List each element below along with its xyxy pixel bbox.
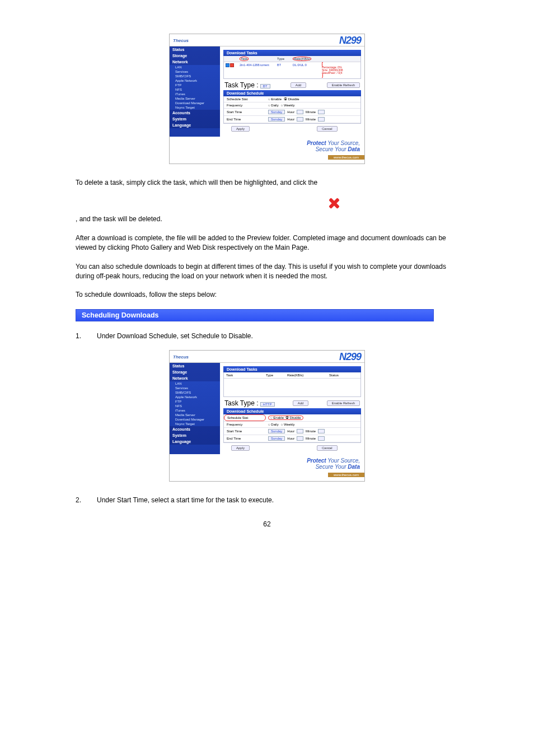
task-table-header: Task Type Rate(KB/s) xyxy=(224,56,360,62)
cancel-button[interactable]: Cancel xyxy=(317,126,338,132)
enable-radio[interactable]: ○ Enable xyxy=(270,416,284,419)
start-hour-select[interactable] xyxy=(297,110,303,114)
sidebar-group-status[interactable]: Status xyxy=(170,46,220,53)
sidebar: Status Storage Network LAN Services SMB/… xyxy=(170,46,220,137)
weekly-radio[interactable]: ○ Weekly xyxy=(281,104,295,107)
sidebar-item-ftp[interactable]: FTP xyxy=(170,83,220,87)
end-min-select[interactable] xyxy=(318,436,325,441)
start-min-select[interactable] xyxy=(318,110,325,114)
col-rate: Rate(KB/s) xyxy=(293,57,311,61)
daily-radio[interactable]: ○ Daily xyxy=(268,423,279,426)
disable-radio[interactable]: ⦿ Disable xyxy=(284,97,299,101)
sidebar-item-downloadmgr[interactable]: Download Manager xyxy=(170,417,220,422)
start-day-select[interactable]: Sunday xyxy=(268,110,285,114)
end-day-select[interactable]: Sunday xyxy=(268,436,285,441)
sidebar-group-status[interactable]: Status xyxy=(170,363,220,369)
enable-refresh-button[interactable]: Enable Refresh xyxy=(327,82,360,88)
sidebar-item-ftp[interactable]: FTP xyxy=(170,399,220,404)
apply-button[interactable]: Apply xyxy=(231,445,250,451)
sidebar-group-language[interactable]: Language xyxy=(170,122,220,128)
end-min-select[interactable] xyxy=(318,117,325,122)
end-hour-select[interactable] xyxy=(297,436,303,441)
weekly-radio[interactable]: ○ Weekly xyxy=(281,423,295,426)
sidebar-item-smb[interactable]: SMB/CIFS xyxy=(170,390,220,395)
sidebar-item-apple[interactable]: Apple Network xyxy=(170,78,220,83)
sidebar-group-language[interactable]: Language xyxy=(170,438,220,445)
task-type: BT xyxy=(275,62,291,78)
task-type-select[interactable]: HTTP xyxy=(260,402,275,407)
sidebar-group-accounts[interactable]: Accounts xyxy=(170,110,220,116)
sidebar-item-itunes[interactable]: iTunes xyxy=(170,92,220,96)
app-window: Thecus N299 Status Storage Network LAN S… xyxy=(169,34,365,164)
download-tasks-header: Download Tasks xyxy=(223,50,361,56)
task-type-select[interactable]: BT xyxy=(260,84,270,88)
step-1: 1.Under Download Schedule, set Schedule … xyxy=(76,332,458,341)
sidebar-item-nfs[interactable]: NFS xyxy=(170,404,220,408)
site-link[interactable]: www.thecus.com xyxy=(328,155,364,160)
start-hour-select[interactable] xyxy=(297,429,303,433)
task-row[interactable]: 2in1-404-1288.torrent BT DL:0/UL:0 Perce… xyxy=(224,62,360,78)
sidebar-group-system[interactable]: System xyxy=(170,116,220,122)
sidebar-item-media[interactable]: Media Server xyxy=(170,413,220,417)
start-min-select[interactable] xyxy=(318,429,325,433)
main-content: Download Tasks Task Type Rate(KB/s) Stat… xyxy=(220,363,364,454)
sidebar-item-nfs[interactable]: NFS xyxy=(170,87,220,92)
main-content: Download Tasks Task Type Rate(KB/s) xyxy=(220,46,364,137)
sidebar-group-network[interactable]: Network xyxy=(170,59,220,65)
sidebar-item-nsync[interactable]: Nsync Target xyxy=(170,422,220,426)
start-day-select[interactable]: Sunday xyxy=(268,429,285,433)
download-schedule-header: Download Schedule xyxy=(223,90,361,96)
schedule-stat-label: Schedule Stat xyxy=(224,414,266,421)
sidebar-group-network[interactable]: Network xyxy=(170,375,220,381)
paragraph-schedule-intro: You can also schedule downloads to begin… xyxy=(76,262,458,282)
enable-refresh-button[interactable]: Enable Refresh xyxy=(327,400,360,406)
col-type: Type xyxy=(275,56,291,62)
task-seedpeer: Seed/Peer: / 0(4 xyxy=(322,72,359,74)
site-link[interactable]: www.thecus.com xyxy=(328,473,364,477)
footer-tagline: Protect Your Source, Secure Your Data xyxy=(170,137,364,152)
start-time-label: Start Time xyxy=(224,109,266,115)
start-time-label: Start Time xyxy=(224,428,266,434)
add-button[interactable]: Add xyxy=(293,400,309,406)
sidebar-item-services[interactable]: Services xyxy=(170,69,220,74)
cancel-button[interactable]: Cancel xyxy=(317,445,338,451)
sidebar-item-downloadmgr[interactable]: Download Manager xyxy=(170,101,220,105)
app-window-2: Thecus N299 Status Storage Network LAN S… xyxy=(169,350,365,482)
sidebar-item-apple[interactable]: Apple Network xyxy=(170,395,220,399)
sidebar-item-services[interactable]: Services xyxy=(170,386,220,390)
daily-radio[interactable]: ○ Daily xyxy=(268,104,279,107)
end-hour-select[interactable] xyxy=(297,117,303,122)
end-time-label: End Time xyxy=(224,436,266,441)
sidebar-group-storage[interactable]: Storage xyxy=(170,53,220,59)
col-task: Task xyxy=(240,57,249,61)
enable-radio[interactable]: ○ Enable xyxy=(268,97,282,101)
frequency-label: Frequency xyxy=(224,102,266,108)
screenshot-1: Thecus N299 Status Storage Network LAN S… xyxy=(76,34,458,164)
sidebar-item-itunes[interactable]: iTunes xyxy=(170,408,220,413)
model-number: N299 xyxy=(339,35,361,46)
sidebar-group-storage[interactable]: Storage xyxy=(170,369,220,375)
page-number: 62 xyxy=(76,520,458,528)
sidebar-item-media[interactable]: Media Server xyxy=(170,96,220,101)
screenshot-2: Thecus N299 Status Storage Network LAN S… xyxy=(76,350,458,482)
task-type-label: Task Type : xyxy=(224,81,258,89)
sidebar-item-nsync[interactable]: Nsync Target xyxy=(170,105,220,110)
section-heading-scheduling: Scheduling Downloads xyxy=(76,309,434,321)
apply-button[interactable]: Apply xyxy=(231,126,250,132)
task-type-label: Task Type : xyxy=(224,399,258,407)
frequency-label: Frequency xyxy=(224,422,266,427)
delete-icon[interactable] xyxy=(230,63,234,67)
sidebar-group-system[interactable]: System xyxy=(170,432,220,438)
end-day-select[interactable]: Sunday xyxy=(268,117,285,122)
sidebar-item-lan[interactable]: LAN xyxy=(170,381,220,386)
step-2: 2.Under Start Time, select a start time … xyxy=(76,496,458,505)
task-rate: DL:0/UL:0 xyxy=(291,62,320,78)
sidebar-item-lan[interactable]: LAN xyxy=(170,65,220,69)
sidebar-item-smb[interactable]: SMB/CIFS xyxy=(170,74,220,78)
download-schedule-header: Download Schedule xyxy=(223,408,361,414)
schedule-stat-label: Schedule Stat xyxy=(224,96,266,102)
add-button[interactable]: Add xyxy=(291,82,307,88)
minimize-icon[interactable] xyxy=(226,63,229,67)
sidebar-group-accounts[interactable]: Accounts xyxy=(170,426,220,432)
disable-radio[interactable]: ⦿ Disable xyxy=(285,416,301,419)
